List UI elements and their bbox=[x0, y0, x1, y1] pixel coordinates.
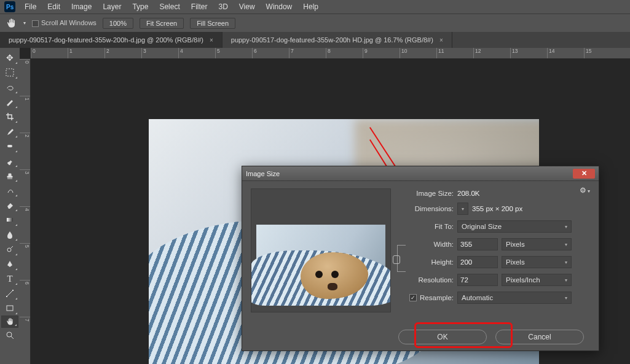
link-dimensions-icon[interactable] bbox=[397, 245, 406, 272]
menu-edit[interactable]: Edit bbox=[42, 1, 65, 13]
resolution-unit-select[interactable]: Pixels/Inch▾ bbox=[502, 274, 572, 286]
marquee-tool-icon[interactable] bbox=[1, 65, 18, 80]
image-size-value: 208.0K bbox=[457, 190, 479, 197]
brush-tool-icon[interactable] bbox=[1, 153, 18, 168]
stamp-tool-icon[interactable] bbox=[1, 168, 18, 183]
doc-tab-1-label: puppy-090517-dog-featured-355w-200h-d.jp… bbox=[9, 36, 203, 44]
move-tool-icon[interactable]: ✥ bbox=[1, 50, 18, 65]
ruler-tick: 0 bbox=[31, 48, 68, 58]
history-brush-tool-icon[interactable] bbox=[1, 183, 18, 198]
menu-file[interactable]: File bbox=[20, 1, 41, 13]
ruler-tick: 11 bbox=[436, 48, 473, 58]
ruler-tick: 5 bbox=[215, 48, 252, 58]
resample-checkbox[interactable]: ✓ bbox=[409, 294, 417, 301]
dimensions-value: 355 px × 200 px bbox=[472, 205, 522, 212]
menu-select[interactable]: Select bbox=[154, 1, 184, 13]
ruler-tick: 12 bbox=[473, 48, 510, 58]
ruler-tick: 8 bbox=[326, 48, 363, 58]
width-label: Width: bbox=[401, 241, 454, 248]
svg-point-9 bbox=[7, 332, 12, 337]
menu-type[interactable]: Type bbox=[127, 1, 153, 13]
fill-screen-button[interactable]: Fill Screen bbox=[190, 18, 235, 29]
zoom-tool-icon[interactable] bbox=[1, 328, 18, 343]
pen-tool-icon[interactable] bbox=[1, 257, 18, 271]
ruler-tick: 6 bbox=[20, 280, 30, 317]
width-unit-select[interactable]: Pixels▾ bbox=[502, 238, 572, 250]
ruler-tick: 4 bbox=[20, 206, 30, 243]
tools-panel: ✥ T bbox=[0, 48, 20, 364]
dimensions-label: Dimensions: bbox=[401, 205, 454, 212]
heal-tool-icon[interactable] bbox=[1, 139, 18, 153]
resolution-label: Resolution: bbox=[401, 276, 454, 284]
fit-to-select[interactable]: Original Size▾ bbox=[457, 220, 572, 233]
menu-image[interactable]: Image bbox=[66, 1, 96, 13]
ruler-tick: 0 bbox=[20, 59, 30, 96]
close-icon[interactable]: × bbox=[210, 37, 213, 44]
menu-help[interactable]: Help bbox=[298, 1, 323, 13]
height-input[interactable]: 200 bbox=[457, 256, 498, 268]
document-tabs: puppy-090517-dog-featured-355w-200h-d.jp… bbox=[0, 32, 630, 48]
shape-tool-icon[interactable] bbox=[1, 301, 18, 316]
menu-3d[interactable]: 3D bbox=[213, 1, 232, 13]
resample-label: Resample: bbox=[420, 294, 454, 301]
eyedropper-tool-icon[interactable] bbox=[1, 124, 18, 139]
dialog-titlebar[interactable]: Image Size ✕ bbox=[242, 166, 599, 181]
path-tool-icon[interactable] bbox=[1, 286, 18, 301]
svg-rect-7 bbox=[12, 290, 14, 291]
image-size-dialog: Image Size ✕ ⚙▾ Image Size: 208.0K Dimen… bbox=[242, 166, 599, 351]
doc-tab-1[interactable]: puppy-090517-dog-featured-355w-200h-d.jp… bbox=[0, 32, 222, 48]
width-input[interactable]: 355 bbox=[457, 238, 498, 250]
dodge-tool-icon[interactable] bbox=[1, 242, 18, 257]
menu-window[interactable]: Window bbox=[261, 1, 297, 13]
svg-rect-3 bbox=[7, 145, 12, 147]
menu-layer[interactable]: Layer bbox=[98, 1, 126, 13]
svg-rect-4 bbox=[7, 218, 13, 222]
dialog-title: Image Size bbox=[246, 170, 280, 177]
gear-icon[interactable]: ⚙▾ bbox=[580, 186, 590, 195]
ruler-tick: 13 bbox=[510, 48, 547, 58]
zoom-level-button[interactable]: 100% bbox=[103, 18, 133, 29]
close-icon[interactable]: × bbox=[439, 37, 443, 44]
hand-tool-icon[interactable] bbox=[1, 316, 18, 328]
menu-filter[interactable]: Filter bbox=[186, 1, 213, 13]
wand-tool-icon[interactable] bbox=[1, 95, 18, 109]
scroll-all-checkbox[interactable]: Scroll All Windows bbox=[32, 19, 96, 27]
close-icon[interactable]: ✕ bbox=[573, 169, 595, 179]
dimensions-unit-dropdown[interactable]: ▾ bbox=[457, 203, 468, 215]
doc-tab-2-label: puppy-090517-dog-featured-355w-200h HD.j… bbox=[231, 36, 433, 44]
resolution-input[interactable]: 72 bbox=[457, 274, 498, 286]
image-preview bbox=[251, 188, 391, 312]
doc-tab-2[interactable]: puppy-090517-dog-featured-355w-200h HD.j… bbox=[222, 32, 452, 48]
svg-rect-2 bbox=[6, 69, 14, 76]
ruler-tick: 10 bbox=[400, 48, 436, 58]
ruler-tick: 6 bbox=[252, 48, 289, 58]
scroll-all-label: Scroll All Windows bbox=[41, 19, 96, 26]
ruler-tick: 9 bbox=[363, 48, 400, 58]
image-size-label: Image Size: bbox=[401, 190, 454, 197]
ruler-tick: 3 bbox=[20, 169, 30, 206]
blur-tool-icon[interactable] bbox=[1, 227, 18, 242]
fit-screen-button[interactable]: Fit Screen bbox=[140, 18, 184, 29]
resample-select[interactable]: Automatic▾ bbox=[457, 292, 572, 304]
ruler-tick: 7 bbox=[20, 317, 30, 354]
options-bar: ▾ Scroll All Windows 100% Fit Screen Fil… bbox=[0, 14, 630, 32]
svg-rect-6 bbox=[6, 296, 7, 297]
crop-tool-icon[interactable] bbox=[1, 109, 18, 124]
tool-preset-dropdown-icon[interactable]: ▾ bbox=[23, 20, 26, 26]
svg-point-5 bbox=[7, 248, 11, 252]
ruler-horizontal: 0 1 2 3 4 5 6 7 8 9 10 11 12 13 14 15 bbox=[31, 48, 630, 59]
svg-rect-8 bbox=[7, 306, 13, 311]
menubar: Ps File Edit Image Layer Type Select Fil… bbox=[0, 0, 630, 14]
height-label: Height: bbox=[401, 258, 454, 266]
height-unit-select[interactable]: Pixels▾ bbox=[502, 256, 572, 268]
ruler-tick: 15 bbox=[584, 48, 621, 58]
menu-view[interactable]: View bbox=[234, 1, 260, 13]
gradient-tool-icon[interactable] bbox=[1, 212, 18, 227]
eraser-tool-icon[interactable] bbox=[1, 198, 18, 212]
type-tool-icon[interactable]: T bbox=[1, 271, 18, 286]
annotation-highlight bbox=[414, 322, 513, 348]
hand-tool-icon[interactable] bbox=[5, 17, 17, 29]
ruler-tick: 2 bbox=[104, 48, 141, 58]
lasso-tool-icon[interactable] bbox=[1, 80, 18, 95]
app-logo-icon: Ps bbox=[4, 1, 16, 13]
